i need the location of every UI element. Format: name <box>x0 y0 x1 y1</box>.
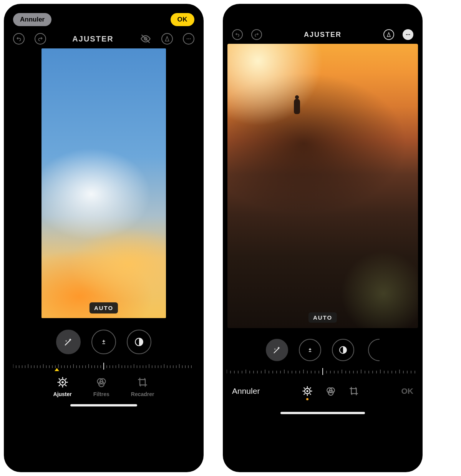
undo-icon[interactable] <box>232 29 243 40</box>
auto-badge[interactable]: AUTO <box>90 302 118 313</box>
redo-icon[interactable] <box>251 29 262 40</box>
more-icon[interactable] <box>403 29 413 40</box>
toolbar-title: AJUSTER <box>304 31 342 39</box>
eye-off-icon[interactable] <box>140 33 151 45</box>
auto-badge[interactable]: AUTO <box>308 312 337 323</box>
undo-icon[interactable] <box>13 33 25 45</box>
home-indicator[interactable] <box>280 412 365 414</box>
tab-label: Recadrer <box>131 391 154 397</box>
svg-line-77 <box>59 385 60 386</box>
exposure-button[interactable] <box>91 330 116 354</box>
lens-flare <box>333 244 418 328</box>
ok-button[interactable]: OK <box>401 386 413 396</box>
tab-label: Ajuster <box>53 391 72 397</box>
exposure-button[interactable] <box>299 339 321 361</box>
bottom-bar: Annuler OK <box>223 376 423 401</box>
home-indicator[interactable] <box>70 404 137 406</box>
crop-icon <box>137 376 148 388</box>
tab-filters[interactable] <box>326 386 336 396</box>
tab-adjust[interactable] <box>302 386 313 396</box>
svg-point-84 <box>409 34 410 35</box>
adjust-controls <box>4 318 204 357</box>
photo-canvas[interactable]: AUTO <box>41 48 166 318</box>
edit-toolbar: AJUSTER <box>4 28 204 47</box>
photo-canvas[interactable]: AUTO <box>227 44 418 328</box>
svg-point-82 <box>406 34 407 35</box>
svg-line-145 <box>304 388 305 388</box>
cancel-button[interactable]: Annuler <box>232 386 260 396</box>
edit-toolbar: AJUSTER <box>223 4 423 44</box>
filters-icon <box>326 386 336 396</box>
svg-point-2 <box>187 38 187 39</box>
svg-line-148 <box>310 388 311 388</box>
tab-label: Filtres <box>93 391 109 397</box>
tab-crop[interactable]: Recadrer <box>131 376 154 397</box>
silhouette <box>293 95 301 117</box>
svg-line-147 <box>304 394 305 395</box>
brightness-button[interactable] <box>127 330 151 354</box>
svg-line-78 <box>65 379 66 380</box>
value-ruler[interactable] <box>227 367 419 376</box>
svg-point-83 <box>408 34 409 35</box>
value-ruler[interactable] <box>13 361 194 371</box>
toolbar-title: AJUSTER <box>72 35 113 43</box>
wand-button[interactable] <box>266 339 288 361</box>
markup-icon[interactable] <box>383 29 394 40</box>
markup-icon[interactable] <box>161 33 173 45</box>
bottom-tabs <box>302 386 359 396</box>
brightness-button[interactable] <box>332 339 354 361</box>
adjust-dial-icon <box>57 376 68 388</box>
more-icon[interactable] <box>183 33 194 45</box>
adjust-controls <box>223 328 423 363</box>
bottom-tabs: Ajuster Filtres Recadrer <box>4 371 204 403</box>
active-tab-caret-icon <box>55 368 59 371</box>
svg-line-75 <box>59 379 60 380</box>
tab-crop[interactable] <box>349 386 359 396</box>
svg-point-4 <box>190 38 191 39</box>
cancel-button[interactable]: Annuler <box>13 13 51 26</box>
top-bar: Annuler OK <box>4 4 204 28</box>
svg-point-140 <box>307 390 308 392</box>
svg-point-70 <box>61 381 64 383</box>
ok-button[interactable]: OK <box>171 13 195 26</box>
tab-filters[interactable]: Filtres <box>93 376 109 397</box>
phone-left: Annuler OK AJUSTER AUTO <box>4 4 204 472</box>
crop-icon <box>349 386 359 396</box>
phone-right: AJUSTER AUTO <box>223 4 423 472</box>
svg-point-3 <box>188 38 189 39</box>
filters-icon <box>96 376 107 388</box>
photo-preview <box>41 48 166 318</box>
svg-line-146 <box>310 394 311 395</box>
svg-line-76 <box>65 385 66 386</box>
redo-icon[interactable] <box>35 33 46 45</box>
wand-button[interactable] <box>56 330 81 354</box>
tab-adjust[interactable]: Ajuster <box>53 376 72 397</box>
next-adjust-button[interactable] <box>368 339 380 361</box>
adjust-dial-icon <box>302 386 313 396</box>
